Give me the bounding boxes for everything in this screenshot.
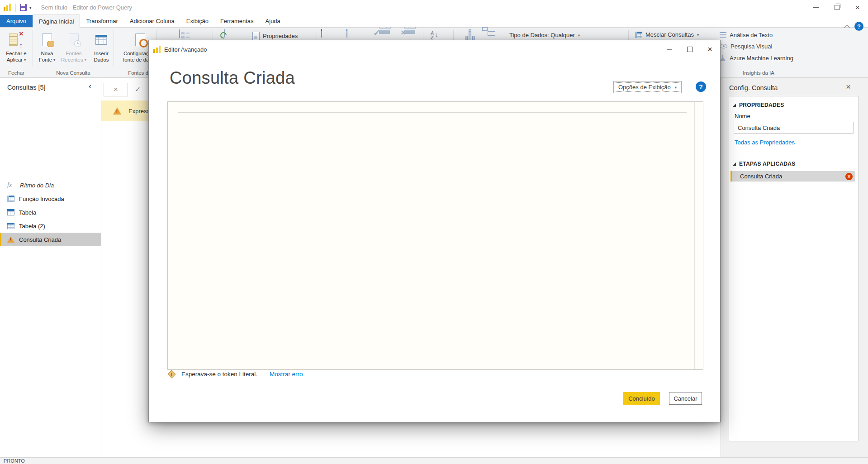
status-text: PRONTO	[4, 458, 25, 464]
dialog-minimize-button[interactable]	[659, 40, 679, 58]
refresh-preview-button[interactable]	[224, 29, 225, 38]
ribbon-separator	[114, 30, 114, 67]
sort-button[interactable]: AZ↓	[431, 31, 434, 40]
error-diamond-icon: !	[167, 370, 175, 378]
editor-current-line	[178, 112, 687, 113]
formula-cancel-button[interactable]: ×	[104, 83, 128, 96]
properties-section-header[interactable]: PROPRIEDADES	[733, 102, 784, 108]
dialog-help-button[interactable]: ?	[696, 81, 706, 92]
enter-data-button[interactable]: Inserir Dados	[90, 29, 113, 67]
tab-transformar[interactable]: Transformar	[80, 15, 123, 27]
table-icon	[7, 209, 14, 215]
vision-button[interactable]: Pesquisa Visual	[720, 42, 772, 51]
status-bar: PRONTO	[0, 457, 868, 464]
dialog-buttons: Concluído Cancelar	[623, 392, 702, 405]
function-icon: fx	[7, 182, 15, 189]
window-controls: ×	[806, 0, 868, 15]
query-name-input[interactable]	[734, 122, 854, 134]
remove-columns-icon: ↓	[346, 29, 347, 38]
minimize-button[interactable]	[806, 0, 826, 15]
query-settings-card: PROPRIEDADES Nome Todas as Propriedades …	[729, 96, 859, 441]
show-error-link[interactable]: Mostrar erro	[270, 371, 303, 378]
tab-adicionar-coluna[interactable]: Adicionar Coluna	[124, 15, 180, 27]
new-source-button[interactable]: Nova Fonte▾	[35, 29, 59, 67]
query-item-label: Consulta Criada	[19, 236, 61, 243]
query-item-label: Tabela (2)	[19, 223, 45, 230]
window-title: Sem título - Editor do Power Query	[41, 4, 133, 11]
collapse-ribbon-icon[interactable]	[844, 24, 850, 30]
merge-queries-dropdown[interactable]: Mesclar Consultas▾	[635, 31, 699, 38]
properties-icon	[252, 32, 260, 40]
delete-step-button[interactable]: ×	[845, 173, 853, 180]
text-analysis-button[interactable]: Análise de Texto	[720, 30, 773, 39]
query-item-ritmo-do-dia[interactable]: fx Ritmo do Dia	[0, 178, 101, 192]
query-item-tabela-2[interactable]: Tabela (2)	[0, 219, 101, 233]
display-options-dropdown[interactable]: Opções de Exibição▾	[613, 81, 682, 93]
query-item-label: Tabela	[19, 209, 36, 216]
data-type-dropdown[interactable]: Tipo de Dados: Qualquer▾	[509, 32, 580, 38]
table-icon	[7, 223, 14, 229]
manage-parameters-button[interactable]	[179, 30, 180, 38]
query-settings-title: Config. Consulta	[729, 84, 778, 91]
close-button[interactable]: ×	[847, 0, 868, 15]
close-icon: ×	[855, 4, 860, 11]
editor-gutter-line	[178, 102, 178, 369]
sort-az-icon: AZ↓	[431, 31, 434, 40]
collapse-pane-icon[interactable]: ‹	[89, 81, 91, 91]
dialog-titlebar[interactable]: Editor Avançado ×	[149, 40, 720, 58]
warning-icon: !	[113, 107, 121, 115]
recent-sources-button[interactable]: Fontes Recentes▾	[60, 29, 88, 67]
query-item-label: Ritmo do Dia	[20, 182, 54, 189]
choose-columns-button[interactable]	[321, 29, 322, 38]
help-button[interactable]: ?	[854, 22, 863, 31]
dialog-title: Editor Avançado	[164, 46, 207, 53]
remove-columns-button[interactable]: ↓	[346, 29, 347, 38]
dialog-window-controls: ×	[659, 40, 720, 58]
split-column-button[interactable]: ▾	[465, 30, 475, 40]
close-pane-icon[interactable]: ×	[846, 82, 851, 91]
dialog-close-button[interactable]: ×	[700, 40, 720, 58]
minimize-icon	[813, 7, 819, 8]
cancel-button[interactable]: Cancelar	[669, 392, 702, 405]
close-and-apply-button[interactable]: ×↑ Fechar e Aplicar▾	[2, 29, 31, 67]
done-button[interactable]: Concluído	[623, 392, 660, 405]
tab-exibicao[interactable]: Exibição	[180, 15, 214, 27]
tab-ajuda[interactable]: Ajuda	[260, 15, 286, 27]
gear-icon	[139, 39, 148, 48]
restore-button[interactable]	[826, 0, 847, 15]
choose-columns-icon	[321, 29, 322, 38]
query-item-consulta-criada[interactable]: ! Consulta Criada	[0, 233, 101, 246]
text-analysis-icon	[720, 32, 726, 38]
close-icon: ×	[707, 45, 712, 53]
flask-icon	[720, 55, 726, 61]
close-icon: ×	[847, 173, 850, 180]
queries-pane: Consultas [5] ‹ fx Ritmo do Dia Função I…	[0, 78, 101, 457]
close-icon: ×	[114, 85, 118, 94]
tab-arquivo[interactable]: Arquivo	[0, 15, 33, 27]
properties-button[interactable]: Propriedades	[252, 32, 298, 40]
powerbi-logo-icon	[4, 4, 11, 11]
syntax-error-text: Esperava-se o token Literal.	[181, 371, 257, 378]
titlebar-divider	[36, 4, 36, 12]
new-source-icon	[42, 33, 52, 46]
tab-pagina-inicial[interactable]: Página Inicial	[33, 14, 80, 28]
query-item-funcao-invocada[interactable]: Função Invocada	[0, 192, 101, 206]
formula-commit-icon[interactable]: ✓	[135, 85, 141, 94]
applied-step-label: Consulta Criada	[740, 173, 782, 180]
applied-steps-section-header[interactable]: ETAPAS APLICADAS	[733, 161, 796, 167]
save-icon[interactable]	[20, 4, 27, 11]
collapse-section-icon	[733, 104, 736, 107]
tab-ferramentas[interactable]: Ferramentas	[214, 15, 260, 27]
group-label-insights-ia: Insights da IA	[720, 70, 797, 76]
all-properties-link[interactable]: Todas as Propriedades	[735, 139, 795, 146]
applied-step-item[interactable]: Consulta Criada ×	[730, 171, 855, 182]
dialog-maximize-button[interactable]	[679, 40, 700, 58]
m-code-editor[interactable]	[167, 101, 703, 370]
azure-ml-button[interactable]: Azure Machine Learning	[720, 53, 793, 62]
close-and-apply-icon: ×↑	[8, 32, 24, 48]
editor-scrollbar-track[interactable]	[694, 102, 695, 369]
query-item-tabela[interactable]: Tabela	[0, 206, 101, 219]
group-label-nova-consulta: Nova Consulta	[34, 70, 112, 76]
powerbi-logo-icon	[153, 46, 160, 53]
quick-access-caret-icon[interactable]: ▾	[29, 5, 32, 10]
